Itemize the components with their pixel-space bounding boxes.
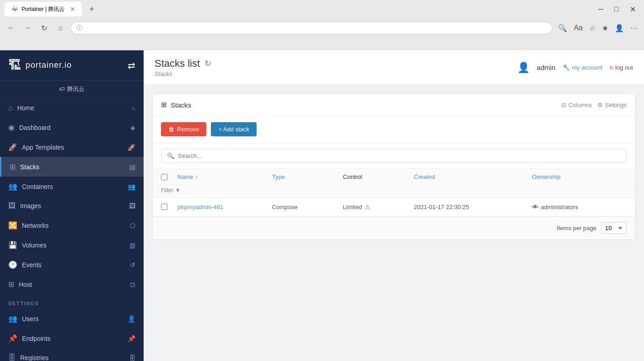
stack-ownership: 👁 administrators [532, 203, 627, 210]
nav-dashboard[interactable]: ◉ Dashboard ◈ [0, 118, 144, 137]
nav-app-templates-label: App Templates [22, 144, 64, 151]
nav-host-label: Host [19, 281, 32, 288]
app-templates-nav-icon: 🚀 [128, 144, 135, 151]
row-checkbox[interactable] [161, 204, 167, 210]
columns-icon: ⊟ [561, 102, 566, 108]
logout-link[interactable]: ⎋ log out [610, 64, 633, 71]
created-sort-button[interactable]: Created [414, 173, 532, 180]
row-name-cell: phpmyadmin-481 [177, 204, 272, 210]
networks-icon: 🔀 [8, 221, 17, 230]
content-panel: ⊞ Stacks ⊟ Columns ⚙ Settings [153, 94, 635, 239]
translate-icon[interactable]: Aa [572, 22, 585, 34]
remove-button[interactable]: 🗑 Remove [161, 122, 206, 136]
back-button[interactable]: ← [5, 22, 17, 34]
images-nav-icon: 🖼 [129, 202, 135, 210]
header-right: 👤 admin 🔧 my account ⎋ log out [517, 62, 633, 74]
sidebar-toggle-button[interactable]: ⇄ [128, 60, 135, 71]
settings-button[interactable]: ⚙ Settings [597, 102, 627, 108]
nav-stacks[interactable]: ⊞ Stacks ▤ [0, 157, 144, 177]
volumes-nav-icon: ▥ [129, 242, 135, 249]
logout-label: log out [615, 64, 633, 71]
app-templates-icon: 🚀 [8, 143, 17, 151]
nav-endpoints[interactable]: 📌 Endpoints 📌 [0, 329, 144, 348]
table-row: phpmyadmin-481 Compose Limited ⚠ 2021-01… [153, 198, 635, 216]
nav-registries-label: Registries [20, 354, 48, 361]
dashboard-nav-icon: ◈ [130, 124, 135, 131]
panel-header: ⊞ Stacks ⊟ Columns ⚙ Settings [153, 94, 635, 116]
home-button[interactable]: ⌂ [54, 22, 67, 34]
browser-tab[interactable]: 🐳 Portainer | 腾讯云 ✕ [5, 2, 82, 16]
refresh-button[interactable]: ↻ [204, 59, 211, 69]
nav-dashboard-label: Dashboard [19, 124, 51, 131]
search-row: 🔍 [153, 143, 635, 169]
forward-button[interactable]: → [21, 22, 34, 34]
url-input[interactable]: 127.0.0.1:9000/#!/2/docker/stacks [86, 25, 547, 32]
nav-networks[interactable]: 🔀 Networks ⬡ [0, 216, 144, 235]
admin-avatar-icon: 👤 [517, 62, 530, 74]
stack-name-link[interactable]: phpmyadmin-481 [177, 204, 223, 210]
favorites-icon[interactable]: ☆ [587, 22, 597, 34]
page-title-text: Stacks list [155, 58, 200, 70]
row-created-cell: 2021-01-17 22:30:25 [414, 204, 532, 210]
name-sort-button[interactable]: Name ↕ [177, 173, 272, 180]
page-title-row: Stacks list ↻ [155, 58, 211, 70]
panel-actions: ⊟ Columns ⚙ Settings [561, 102, 627, 108]
logo-icon: 🏗 [8, 58, 21, 73]
stack-created: 2021-01-17 22:30:25 [414, 204, 469, 210]
row-checkbox-cell [161, 204, 177, 210]
nav-events-label: Events [22, 261, 42, 269]
browser-toolbar: ← → ↻ ⌂ ⓘ 127.0.0.1:9000/#!/2/docker/sta… [0, 18, 644, 38]
search-input[interactable] [178, 152, 621, 159]
nav-registries[interactable]: 🗄 Registries 🗄 [0, 348, 144, 361]
registries-nav-icon: 🗄 [129, 354, 135, 361]
nav-images[interactable]: 🖼 Images 🖼 [0, 196, 144, 216]
containers-nav-icon: 👥 [128, 183, 135, 190]
search-icon[interactable]: 🔍 [556, 22, 569, 34]
stacks-icon: ⊞ [10, 162, 16, 171]
items-per-page-select[interactable]: 10 25 50 100 [601, 222, 627, 234]
filter-icon: ▼ [175, 187, 181, 194]
ownership-icon: 👁 [532, 203, 538, 210]
columns-button[interactable]: ⊟ Columns [561, 102, 592, 108]
nav-volumes-label: Volumes [22, 242, 47, 249]
table-body: phpmyadmin-481 Compose Limited ⚠ 2021-01… [153, 198, 635, 216]
filter-row: Filter ▼ [153, 185, 635, 198]
remove-label: Remove [177, 126, 199, 133]
close-button[interactable]: ✕ [626, 4, 639, 15]
account-icon[interactable]: 👤 [613, 22, 626, 34]
security-icon: ⓘ [76, 24, 82, 32]
nav-containers[interactable]: 👥 Containers 👥 [0, 177, 144, 196]
nav-events[interactable]: 🕐 Events ↺ [0, 255, 144, 275]
nav-app-templates[interactable]: 🚀 App Templates 🚀 [0, 137, 144, 157]
nav-images-label: Images [20, 202, 41, 210]
nav-home[interactable]: ⌂ Home ⌂ [0, 98, 144, 118]
type-sort-button[interactable]: Type [272, 173, 343, 180]
nav-users[interactable]: 👥 Users 👤 [0, 309, 144, 329]
address-bar[interactable]: ⓘ 127.0.0.1:9000/#!/2/docker/stacks [70, 22, 553, 34]
nav-host[interactable]: ⊞ Host ⊡ [0, 275, 144, 294]
stacks-nav-icon: ▤ [129, 163, 135, 171]
control-warning-icon: ⚠ [365, 203, 370, 210]
col-header-created: Created [414, 173, 532, 180]
nav-volumes[interactable]: 💾 Volumes ▥ [0, 235, 144, 255]
collections-icon[interactable]: ★ [600, 22, 610, 34]
more-icon[interactable]: ⋯ [628, 22, 639, 34]
select-all-checkbox[interactable] [161, 174, 167, 180]
nav-home-label: Home [17, 104, 34, 112]
ownership-sort-button[interactable]: Ownership [532, 173, 627, 180]
minimize-button[interactable]: ─ [595, 4, 607, 14]
new-tab-button[interactable]: + [86, 4, 98, 15]
sidebar-logo: 🏗 portainer.io ⇄ [0, 50, 144, 81]
toolbar-icons: 🔍 Aa ☆ ★ 👤 ⋯ [556, 22, 639, 34]
add-stack-button[interactable]: + Add stack [211, 122, 257, 136]
name-col-label: Name [177, 173, 193, 180]
panel-grid-icon: ⊞ [161, 101, 167, 109]
reload-button[interactable]: ↻ [38, 22, 50, 34]
maximize-button[interactable]: □ [611, 4, 623, 14]
events-icon: 🕐 [8, 260, 17, 269]
page-header: Stacks list ↻ Stacks 👤 admin 🔧 my accoun… [144, 50, 644, 85]
dashboard-icon: ◉ [8, 123, 15, 132]
logo: 🏗 portainer.io [8, 58, 72, 73]
my-account-link[interactable]: 🔧 my account [563, 64, 602, 71]
tab-close-button[interactable]: ✕ [70, 5, 75, 13]
